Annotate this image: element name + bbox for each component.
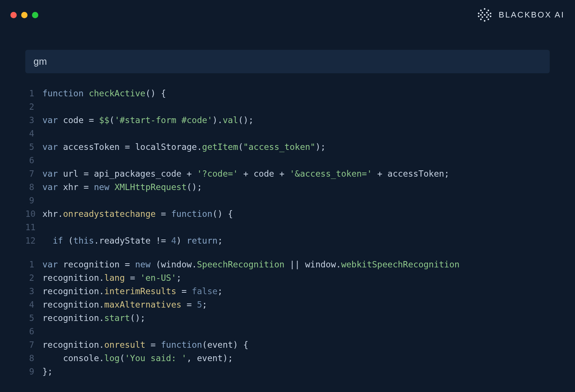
line-number: 7: [25, 338, 42, 351]
minimize-window-button[interactable]: [21, 12, 28, 18]
code-line: 4recognition.maxAlternatives = 5;: [25, 298, 550, 311]
line-number: 8: [25, 180, 42, 194]
line-number: 2: [25, 271, 42, 285]
line-number: 7: [25, 167, 42, 180]
svg-point-8: [480, 14, 482, 16]
code-line: 8var xhr = new XMLHttpRequest();: [25, 180, 550, 194]
code-content: recognition.interimResults = false;: [42, 285, 223, 298]
maximize-window-button[interactable]: [32, 12, 38, 18]
code-content: var accessToken = localStorage.getItem("…: [42, 140, 326, 154]
svg-point-11: [482, 16, 483, 18]
code-content: [42, 154, 48, 167]
line-number: 6: [25, 325, 42, 338]
code-content: console.log('You said: ', event);: [42, 351, 233, 365]
code-content: recognition.onresult = function(event) {: [42, 338, 248, 351]
code-line: 1var recognition = new (window.SpeechRec…: [25, 258, 550, 271]
code-content: var recognition = new (window.SpeechReco…: [42, 258, 460, 271]
code-content: [42, 221, 48, 234]
window-controls: [10, 12, 38, 18]
brand-logo-icon: [476, 7, 493, 23]
code-results: 1function checkActive() {2 3var code = $…: [25, 87, 550, 378]
svg-point-4: [482, 12, 483, 13]
code-line: 2recognition.lang = 'en-US';: [25, 271, 550, 285]
code-content: xhr.onreadystatechange = function() {: [42, 207, 233, 221]
search-input[interactable]: gm: [25, 50, 550, 73]
code-content: var xhr = new XMLHttpRequest();: [42, 180, 202, 194]
content: gm 1function checkActive() {2 3var code …: [0, 27, 575, 378]
code-content: var code = $$('#start-form #code').val()…: [42, 113, 254, 127]
code-content: function checkActive() {: [42, 87, 166, 100]
svg-point-16: [484, 20, 485, 22]
line-number: 1: [25, 258, 42, 271]
svg-point-13: [490, 16, 491, 17]
code-line: 7recognition.onresult = function(event) …: [25, 338, 550, 351]
line-number: 9: [25, 194, 42, 207]
code-line: 9};: [25, 365, 550, 378]
code-content: };: [42, 365, 53, 378]
code-line: 10xhr.onreadystatechange = function() {: [25, 207, 550, 221]
line-number: 3: [25, 285, 42, 298]
line-number: 3: [25, 113, 42, 127]
line-number: 8: [25, 351, 42, 365]
code-line: 7var url = api_packages_code + '?code=' …: [25, 167, 550, 180]
svg-point-7: [484, 14, 485, 16]
svg-point-0: [484, 8, 485, 10]
svg-point-6: [490, 13, 491, 14]
svg-point-2: [488, 10, 489, 11]
titlebar: BLACKBOX AI: [0, 0, 575, 27]
line-number: 11: [25, 221, 42, 234]
svg-point-3: [478, 13, 479, 14]
code-block[interactable]: 1var recognition = new (window.SpeechRec…: [25, 258, 550, 378]
code-content: recognition.lang = 'en-US';: [42, 271, 182, 285]
code-content: recognition.start();: [42, 311, 145, 325]
search-query-text: gm: [33, 56, 47, 67]
line-number: 9: [25, 365, 42, 378]
svg-point-14: [480, 19, 482, 20]
line-number: 10: [25, 207, 42, 221]
svg-point-1: [480, 10, 482, 11]
code-content: [42, 127, 48, 140]
brand-name: BLACKBOX AI: [499, 10, 565, 20]
line-number: 5: [25, 311, 42, 325]
code-line: 11: [25, 221, 550, 234]
svg-point-5: [486, 12, 488, 13]
code-content: recognition.maxAlternatives = 5;: [42, 298, 207, 311]
code-line: 8 console.log('You said: ', event);: [25, 351, 550, 365]
code-content: if (this.readyState != 4) return;: [42, 234, 223, 247]
code-line: 5var accessToken = localStorage.getItem(…: [25, 140, 550, 154]
code-line: 2: [25, 100, 550, 113]
line-number: 6: [25, 154, 42, 167]
code-line: 1function checkActive() {: [25, 87, 550, 100]
code-line: 3recognition.interimResults = false;: [25, 285, 550, 298]
close-window-button[interactable]: [10, 12, 17, 18]
code-content: var url = api_packages_code + '?code=' +…: [42, 167, 449, 180]
svg-point-12: [486, 16, 488, 18]
line-number: 4: [25, 127, 42, 140]
code-line: 6: [25, 325, 550, 338]
line-number: 5: [25, 140, 42, 154]
svg-point-9: [488, 14, 489, 16]
code-content: [42, 194, 48, 207]
code-line: 12 if (this.readyState != 4) return;: [25, 234, 550, 247]
line-number: 12: [25, 234, 42, 247]
svg-point-15: [488, 19, 489, 20]
svg-point-10: [478, 16, 479, 17]
code-line: 3var code = $$('#start-form #code').val(…: [25, 113, 550, 127]
brand: BLACKBOX AI: [476, 7, 565, 23]
line-number: 4: [25, 298, 42, 311]
code-content: [42, 325, 48, 338]
code-line: 6: [25, 154, 550, 167]
line-number: 1: [25, 87, 42, 100]
code-content: [42, 100, 48, 113]
line-number: 2: [25, 100, 42, 113]
code-line: 4: [25, 127, 550, 140]
code-line: 5recognition.start();: [25, 311, 550, 325]
code-block[interactable]: 1function checkActive() {2 3var code = $…: [25, 87, 550, 247]
code-line: 9: [25, 194, 550, 207]
